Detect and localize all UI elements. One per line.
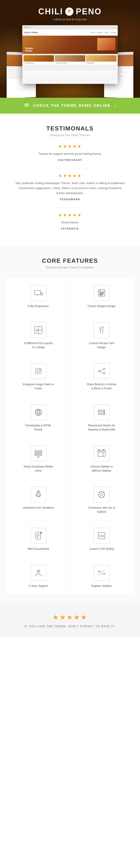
svg-rect-14 — [100, 293, 104, 293]
cta-section[interactable]: CHECK THE THEME DEMO ONLINE › — [0, 98, 140, 114]
svg-rect-16 — [100, 295, 103, 295]
fork-icon — [65, 7, 73, 16]
feature-label-instagram: Instagram Image Feed on Footer — [23, 382, 54, 391]
divider-2 — [25, 208, 115, 208]
hero-title-part2: PENO — [76, 7, 102, 17]
instagram-icon — [30, 363, 46, 379]
feature-label-support: 5-Stars Support — [29, 584, 48, 588]
support-icon — [30, 565, 46, 581]
feature-label-dropdown: Sticky DropDown Mobile menu — [23, 465, 54, 473]
feature-layouts: 4 Different Post Layouts on Listings — [7, 315, 70, 356]
classic-icon — [94, 285, 110, 301]
feature-support: 5-Stars Support — [7, 558, 70, 595]
browser-nav: HomeRecipesAboutContact — [91, 32, 116, 33]
feature-label-recipe: Custom Recipe Card Design — [86, 341, 117, 349]
svg-point-5 — [24, 104, 29, 106]
feature-dropdown: Sticky DropDown Mobile menu — [7, 439, 70, 480]
browser-inner-header: CHILI PENO HomeRecipesAboutContact — [22, 29, 118, 36]
feature-adsense: Responsive Bolcks for Adsense & NewsLett… — [70, 398, 133, 439]
testimonial-author-1: VIGITMCGRADY — [14, 159, 126, 161]
svg-rect-40 — [98, 410, 105, 412]
cta-label: CHECK THE THEME DEMO ONLINE — [33, 103, 111, 108]
testimonial-text-3: Great theme! — [14, 220, 126, 225]
feature-share: Share Buttons in Articles & Menu & Foote… — [70, 356, 133, 398]
footer-rating: ★★★★★ IF YOU LIKE THE THEME, DON'T FORGE… — [0, 604, 140, 637]
customizer-icon — [94, 487, 110, 502]
feature-recipe: Custom Recipe Card Design — [70, 315, 133, 356]
svg-rect-46 — [35, 454, 42, 456]
testimonials-subtitle: Ratings for Our Other Themes — [14, 133, 126, 137]
feature-label-updates: Regular Updates — [91, 584, 112, 588]
browser-dot-3 — [29, 27, 30, 28]
browser-hero: KebabsTurkey — [22, 36, 118, 54]
svg-point-59 — [39, 495, 40, 496]
stars-1: ★★★★★ — [14, 144, 126, 149]
responsive-icon — [30, 285, 46, 301]
feature-classic: Classic Elegant Design — [70, 278, 133, 315]
feature-instagram: Instagram Image Feed on Footer — [7, 356, 70, 398]
feature-label-documented: Well Documented — [28, 547, 49, 551]
feature-label-customizer: Customizer with lots of Options — [86, 506, 117, 514]
cta-arrow: › — [114, 103, 116, 108]
feature-label-css: Custom CSS Styling — [89, 547, 114, 551]
svg-marker-80 — [37, 569, 40, 572]
svg-rect-44 — [35, 451, 42, 452]
svg-rect-43 — [103, 412, 104, 414]
svg-text:CSS: CSS — [99, 534, 105, 538]
recipe-icon — [94, 322, 110, 338]
features-subtitle: Discover Recipe Theme Possibilities — [7, 266, 133, 269]
testimonial-author-3: FFFDERVIS — [14, 227, 126, 230]
feature-sidebar: Choose Sidebar or Without Sidebar — [70, 439, 133, 480]
feature-label-responsive: Fully Responsive — [28, 304, 49, 308]
testimonial-text-1: Thanks for support and this great lookin… — [14, 151, 126, 156]
adsense-icon — [94, 404, 110, 420]
svg-point-28 — [40, 369, 40, 370]
footer-stars: ★★★★★ — [7, 613, 133, 621]
browser-hero-text: KebabsTurkey — [25, 47, 33, 52]
feature-css: CSS Custom CSS Styling — [70, 521, 133, 558]
svg-point-29 — [103, 368, 105, 370]
feature-updates: Regular Updates — [70, 558, 133, 595]
testimonial-item-3: ★★★★★ Great theme! FFFDERVIS — [14, 212, 126, 230]
share-icon — [94, 363, 110, 379]
feature-label-wpml: Translatable & WPML Ready — [23, 424, 54, 432]
browser-dot-1 — [24, 27, 26, 28]
svg-point-27 — [37, 370, 40, 373]
svg-rect-45 — [35, 453, 42, 454]
svg-point-62 — [100, 494, 103, 496]
svg-point-58 — [39, 494, 40, 495]
testimonial-item-2: ★★★★★ Very authentic looking Newspaper T… — [14, 173, 126, 201]
testimonial-text-2: Very authentic looking Newspaper Theme, … — [14, 181, 126, 196]
svg-point-31 — [103, 373, 105, 374]
feature-customizer: Customizer with lots of Options — [70, 480, 133, 521]
feature-label-classic: Classic Elegant Design — [88, 304, 115, 308]
feature-wpml: Translatable & WPML Ready — [7, 398, 70, 439]
feature-label-adsense: Responsive Bolcks for Adsense & NewsLett… — [86, 424, 117, 432]
browser-cards: Chocolate Banana Leftover Cream Sauce Gr… — [22, 54, 118, 66]
browser-card-2: Leftover Cream Sauce — [55, 55, 85, 65]
dropdown-icon — [30, 445, 46, 461]
svg-line-33 — [100, 372, 103, 373]
feature-label-layouts: 4 Different Post Layouts on Listings — [23, 341, 54, 349]
svg-rect-7 — [34, 290, 40, 295]
features-title: CORE FEATURES — [7, 257, 133, 264]
css-icon: CSS — [94, 528, 110, 544]
svg-line-32 — [100, 370, 103, 371]
stars-3: ★★★★★ — [14, 212, 126, 218]
testimonial-item-1: ★★★★★ Thanks for support and this great … — [14, 144, 126, 161]
svg-rect-8 — [41, 293, 42, 295]
browser-content: CHILI PENO HomeRecipesAboutContact Kebab… — [22, 29, 118, 84]
browser-card-3: Grilled Salmon — [86, 55, 116, 65]
features-section: CORE FEATURES Discover Recipe Theme Poss… — [0, 246, 140, 604]
updates-icon — [94, 565, 110, 581]
svg-rect-15 — [100, 293, 104, 294]
feature-documented: Well Documented — [7, 521, 70, 558]
documented-icon — [30, 528, 46, 544]
svg-point-30 — [98, 370, 100, 372]
svg-point-60 — [37, 495, 38, 496]
testimonials-title: TESTIMONALS — [14, 125, 126, 132]
colors-icon — [30, 487, 46, 502]
feature-responsive: Fully Responsive — [7, 278, 70, 315]
svg-point-6 — [26, 104, 27, 106]
stars-2: ★★★★★ — [14, 173, 126, 178]
